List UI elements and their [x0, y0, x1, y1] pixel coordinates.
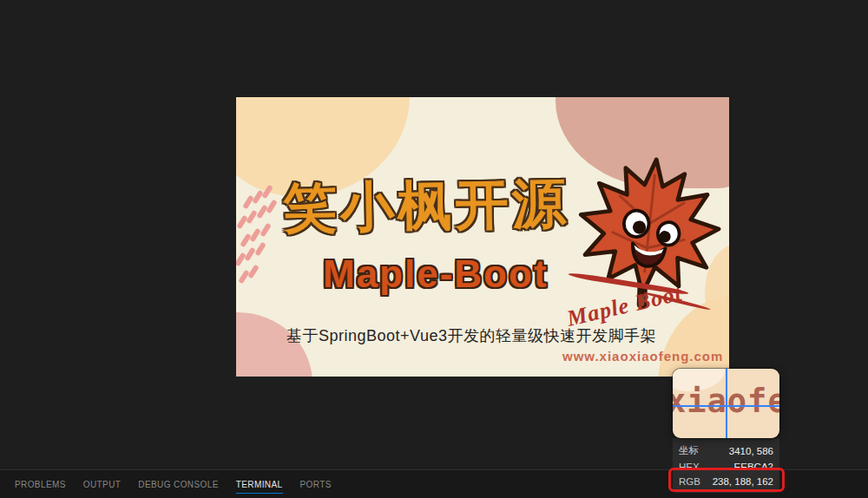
picker-info-panel: 坐标 3410, 586 HEX EEBCA2 RGB 238, 188, 16… [673, 438, 779, 493]
banner-subtitle: Maple-Boot [323, 252, 549, 296]
banner-image: 笑小枫开源 Maple-Boot Maple Boot 基于SpringBoot… [236, 97, 729, 377]
rgb-value: 238, 188, 162 [713, 476, 773, 487]
crosshair-horizontal [673, 405, 779, 407]
hex-value: EEBCA2 [734, 462, 773, 472]
banner-tagline: 基于SpringBoot+Vue3开发的轻量级快速开发脚手架 [286, 325, 656, 346]
crosshair-vertical [726, 369, 727, 438]
tab-problems[interactable]: PROBLEMS [15, 475, 66, 494]
tab-output[interactable]: OUTPUT [83, 475, 122, 494]
coordinates-value: 3410, 586 [729, 446, 773, 456]
banner-website-url: www.xiaoxiaofeng.com [562, 349, 723, 364]
tab-debug-console[interactable]: DEBUG CONSOLE [138, 475, 218, 494]
hex-label: HEX [679, 462, 700, 472]
color-picker-popup: xiaofe 坐标 3410, 586 HEX EEBCA2 RGB 238, … [673, 369, 779, 493]
rgb-label: RGB [679, 476, 700, 487]
tab-terminal[interactable]: TERMINAL [236, 475, 283, 494]
picker-row-hex: HEX EEBCA2 [679, 462, 773, 472]
picker-row-rgb: RGB 238, 188, 162 [679, 476, 773, 487]
picker-row-coordinates: 坐标 3410, 586 [679, 444, 773, 457]
coordinates-label: 坐标 [679, 444, 699, 457]
magnifier-preview: xiaofe [673, 369, 779, 438]
tab-ports[interactable]: PORTS [300, 475, 332, 494]
